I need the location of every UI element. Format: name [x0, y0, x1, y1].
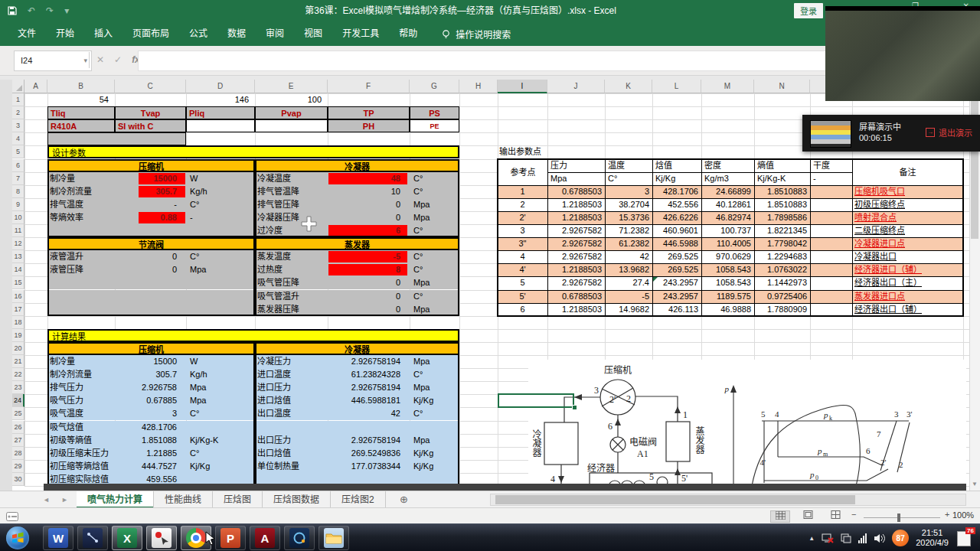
- output-value[interactable]: 46.82974: [701, 211, 751, 224]
- cell-D3[interactable]: [186, 119, 255, 132]
- row-header-5[interactable]: 5: [12, 145, 24, 158]
- tab-nav-left-icon[interactable]: ◄: [43, 491, 50, 508]
- output-value[interactable]: 452.556: [652, 198, 698, 211]
- sheet-tab-3[interactable]: 压焓图数据: [263, 491, 331, 508]
- output-value[interactable]: 1.2294683: [754, 250, 807, 263]
- output-value[interactable]: 243.2957: [652, 276, 698, 289]
- row-header-26[interactable]: 26: [12, 421, 24, 434]
- taskbar-qq[interactable]: [284, 526, 315, 550]
- output-value[interactable]: 1189.575: [701, 290, 751, 303]
- output-value[interactable]: 1.8510883: [754, 198, 807, 211]
- output-value[interactable]: 1.1442973: [754, 276, 807, 289]
- column-header-D[interactable]: D: [186, 80, 255, 93]
- zoom-slider[interactable]: [864, 517, 940, 518]
- output-ref[interactable]: 1: [498, 185, 547, 198]
- zoom-level[interactable]: 100%: [952, 510, 974, 520]
- horizontal-scroll-thumb[interactable]: [495, 495, 855, 504]
- taskbar-explorer[interactable]: [318, 526, 349, 550]
- health-score-badge[interactable]: 87: [892, 530, 909, 546]
- row-header-18[interactable]: 18: [12, 316, 24, 329]
- output-ref[interactable]: 3: [498, 224, 547, 237]
- output-remark[interactable]: 经济器出口（辅）: [854, 303, 963, 316]
- zoom-in-icon[interactable]: +: [945, 510, 949, 519]
- output-value[interactable]: 446.5988: [652, 237, 698, 250]
- output-value[interactable]: 46.9888: [701, 303, 751, 316]
- tray-document-icon[interactable]: 76: [956, 529, 974, 547]
- tab-nav-right-icon[interactable]: ►: [61, 491, 68, 508]
- output-value[interactable]: 1058.543: [701, 276, 751, 289]
- output-value[interactable]: -5: [605, 290, 649, 303]
- output-value[interactable]: 2.9267582: [547, 250, 602, 263]
- row-header-11[interactable]: 11: [12, 224, 24, 237]
- output-remark[interactable]: 压缩机吸气口: [854, 185, 963, 198]
- param-value[interactable]: 15000: [115, 355, 177, 368]
- cell-B3[interactable]: R410A: [47, 119, 115, 132]
- column-header-G[interactable]: G: [410, 80, 459, 93]
- output-value[interactable]: 40.12861: [701, 198, 751, 211]
- column-header-E[interactable]: E: [255, 80, 328, 93]
- signal-strength-icon[interactable]: [858, 533, 867, 543]
- clock[interactable]: 21:51 2020/4/9: [916, 528, 949, 548]
- output-value[interactable]: 243.2957: [652, 290, 698, 303]
- cell-B2[interactable]: Tliq: [47, 106, 115, 119]
- selected-cell[interactable]: [498, 393, 574, 408]
- taskbar-powerpoint[interactable]: P: [215, 526, 246, 550]
- output-value[interactable]: 0.6788503: [547, 290, 602, 303]
- row-header-23[interactable]: 23: [12, 381, 24, 394]
- horizontal-scrollbar[interactable]: [490, 494, 966, 506]
- cell-D1[interactable]: 146: [186, 93, 255, 106]
- param-value[interactable]: 0: [328, 290, 400, 303]
- param-value[interactable]: 61.23824328: [328, 368, 400, 381]
- output-value[interactable]: 2.9267582: [547, 276, 602, 289]
- cell-G2[interactable]: PS: [410, 106, 459, 119]
- output-value[interactable]: 460.9601: [652, 224, 698, 237]
- row-header-6[interactable]: 6: [12, 159, 24, 172]
- column-header-N[interactable]: N: [754, 80, 810, 93]
- select-all-corner[interactable]: [12, 80, 24, 93]
- column-header-M[interactable]: M: [701, 80, 754, 93]
- output-value[interactable]: 61.2382: [605, 237, 649, 250]
- param-value[interactable]: 6: [328, 224, 400, 237]
- param-value[interactable]: -: [115, 198, 177, 211]
- column-header-F[interactable]: F: [328, 80, 410, 93]
- zoom-out-icon[interactable]: −: [851, 510, 856, 519]
- param-value[interactable]: -5: [328, 250, 400, 263]
- row-header-13[interactable]: 13: [12, 250, 24, 263]
- output-value[interactable]: 100.737: [701, 224, 751, 237]
- param-value[interactable]: 0: [115, 263, 177, 276]
- output-remark[interactable]: 二级压缩终点: [854, 224, 963, 237]
- cell-E2[interactable]: Pvap: [255, 106, 328, 119]
- page-break-view-icon[interactable]: [825, 510, 845, 523]
- param-value[interactable]: 0: [328, 303, 400, 316]
- cell-C3[interactable]: SI with C: [115, 119, 186, 132]
- cell-G3[interactable]: PE: [410, 119, 459, 132]
- param-value[interactable]: 2.926758194: [328, 434, 400, 447]
- volume-icon[interactable]: [874, 533, 885, 543]
- output-value[interactable]: 0.9725406: [754, 290, 807, 303]
- param-value[interactable]: 3: [115, 407, 177, 420]
- param-value[interactable]: 42: [328, 407, 400, 420]
- output-value[interactable]: 1.7798042: [754, 237, 807, 250]
- param-value[interactable]: 0.67885: [115, 394, 177, 407]
- param-value[interactable]: 15000: [115, 172, 177, 185]
- row-header-9[interactable]: 9: [12, 198, 24, 211]
- cell-F3[interactable]: PH: [328, 119, 410, 132]
- param-value[interactable]: 177.0738344: [328, 460, 400, 473]
- taskbar-acrobat[interactable]: A: [250, 526, 280, 550]
- output-ref[interactable]: 4': [498, 263, 547, 276]
- row-header-28[interactable]: 28: [12, 447, 24, 460]
- row-header-4[interactable]: 4: [12, 132, 24, 145]
- output-value[interactable]: 1.0763022: [754, 263, 807, 276]
- taskbar-word[interactable]: W: [43, 526, 74, 550]
- output-value[interactable]: 426.6226: [652, 211, 698, 224]
- param-value[interactable]: 48: [328, 172, 400, 185]
- column-header-H[interactable]: H: [459, 80, 498, 93]
- row-header-15[interactable]: 15: [12, 276, 24, 289]
- param-value[interactable]: 2.926758194: [328, 381, 400, 394]
- param-value[interactable]: 1.851088: [115, 434, 177, 447]
- output-value[interactable]: 269.525: [652, 263, 698, 276]
- output-ref[interactable]: 2': [498, 211, 547, 224]
- page-layout-view-icon[interactable]: [798, 510, 818, 523]
- output-value[interactable]: 1058.543: [701, 263, 751, 276]
- output-value[interactable]: 1.8510883: [754, 185, 807, 198]
